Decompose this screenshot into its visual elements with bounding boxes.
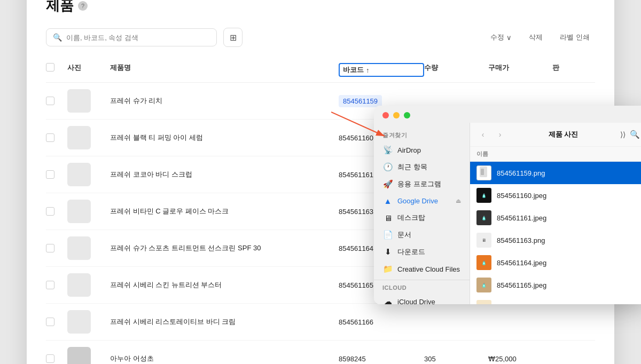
col-photo-header: 사진: [67, 63, 110, 77]
picker-sidebar: 즐겨찾기 📡 AirDrop 🕐 최근 항목 🚀 응용 프로그램 ▲ Googl…: [374, 123, 470, 304]
svg-rect-3: [481, 169, 484, 175]
creative-cloud-icon: 📁: [382, 264, 393, 274]
product-name: 프레쉬 슈가 리치: [110, 96, 339, 106]
barcode-cell: 854561166: [339, 318, 424, 326]
sidebar-item-label: Google Drive: [397, 197, 438, 205]
file-name: 854561164.jpeg: [497, 259, 546, 267]
file-thumb: 🧴: [476, 278, 491, 292]
barcode-cell: 8598245: [339, 355, 424, 363]
downloads-icon: ⬇: [382, 247, 393, 257]
sidebar-section-label: 즐겨찾기: [374, 129, 470, 141]
picker-folder-title: 제품 사진: [511, 130, 616, 139]
product-name: 프레쉬 시베리 스킨 뉴트리션 부스터: [110, 280, 339, 290]
picker-body: 즐겨찾기 📡 AirDrop 🕐 최근 항목 🚀 응용 프로그램 ▲ Googl…: [374, 123, 641, 304]
file-name: 854561159.png: [497, 169, 545, 177]
help-icon[interactable]: ?: [78, 1, 88, 11]
file-item[interactable]: 854561159.png: [470, 162, 641, 184]
product-name: 프레쉬 시베리 리스토레이티브 바디 크림: [110, 317, 339, 327]
sidebar-item-airdrop[interactable]: 📡 AirDrop: [374, 141, 470, 159]
row-checkbox[interactable]: [46, 207, 54, 216]
product-thumbnail: [67, 236, 91, 260]
file-item[interactable]: 🖥 854561163.png: [470, 229, 641, 251]
product-thumbnail: [67, 347, 91, 364]
edit-button[interactable]: 수정 ∨: [485, 29, 517, 45]
close-button[interactable]: [382, 112, 389, 118]
row-checkbox[interactable]: [46, 281, 54, 289]
product-thumbnail: [67, 200, 91, 223]
table-header: 사진 제품명 바코드 ↑ 수량 구매가 판: [46, 58, 595, 83]
row-checkbox[interactable]: [46, 354, 54, 363]
file-name: 854561160.jpeg: [497, 192, 546, 200]
minimize-button[interactable]: [393, 112, 400, 118]
product-thumbnail: [67, 310, 91, 334]
product-name: 아누아 어성초: [110, 354, 339, 363]
titlebar: [374, 106, 641, 123]
sidebar-item-label: iCloud Drive: [397, 298, 435, 305]
airdrop-icon: 📡: [382, 145, 393, 155]
maximize-button[interactable]: [404, 112, 410, 118]
picker-expand-button[interactable]: ⟩⟩: [620, 130, 626, 139]
search-icon: 🔍: [53, 33, 62, 42]
picker-forward-button[interactable]: ›: [494, 128, 506, 141]
picker-main: ‹ › 제품 사진 ⟩⟩ 🔍 이름 854561159.png: [470, 123, 641, 304]
sidebar-item-label: 다운로드: [397, 247, 425, 257]
file-item[interactable]: 🧴 854561161.jpeg: [470, 207, 641, 229]
documents-icon: 📄: [382, 230, 393, 240]
search-box[interactable]: 🔍: [46, 28, 217, 46]
icloud-icon: ☁: [382, 297, 393, 304]
sidebar-item-label: 문서: [397, 230, 411, 240]
file-thumb: 🧴: [476, 210, 491, 225]
row-checkbox[interactable]: [46, 170, 54, 179]
sidebar-item-label: 최근 항목: [397, 162, 427, 172]
sidebar-item-icloud[interactable]: ☁ iCloud Drive: [374, 293, 470, 304]
qty-cell: 305: [424, 355, 488, 363]
row-checkbox[interactable]: [46, 244, 54, 252]
sidebar-item-desktop[interactable]: 🖥 데스크탑: [374, 209, 470, 226]
sidebar-item-label: Creative Cloud Files: [397, 265, 460, 273]
product-name: 프레쉬 비타민 C 글로우 페이스 마스크: [110, 207, 339, 216]
sidebar-divider: [374, 280, 470, 280]
product-thumbnail: [67, 273, 91, 297]
table-row: 프레쉬 시베리 리스토레이티브 바디 크림 854561166: [46, 304, 595, 341]
sidebar-item-label: 데스크탑: [397, 213, 425, 223]
sidebar-item-downloads[interactable]: ⬇ 다운로드: [374, 243, 470, 260]
product-thumbnail: [67, 163, 91, 186]
delete-button[interactable]: 삭제: [523, 29, 548, 45]
col-barcode-header: 바코드 ↑: [339, 63, 424, 77]
picker-search-button[interactable]: 🔍: [630, 130, 640, 139]
table-row: 아누아 어성초 8598245 305 ₩25,000: [46, 341, 595, 364]
page-title: 제품: [46, 0, 74, 15]
header-checkbox[interactable]: [46, 63, 54, 72]
row-checkbox[interactable]: [46, 318, 54, 326]
file-item[interactable]: 🧴 854561166.jpeg: [470, 296, 641, 304]
row-checkbox[interactable]: [46, 133, 54, 142]
sidebar-item-google-drive[interactable]: ▲ Google Drive ⏏: [374, 193, 470, 209]
col-price-header: 구매가: [488, 63, 552, 77]
file-thumb: [476, 165, 491, 180]
recent-icon: 🕐: [382, 162, 393, 172]
file-thumb: 🧴: [476, 255, 491, 270]
scan-button[interactable]: ⊞: [223, 28, 243, 47]
google-drive-icon: ▲: [382, 196, 393, 205]
apps-icon: 🚀: [382, 179, 393, 189]
sidebar-item-creative-cloud[interactable]: 📁 Creative Cloud Files: [374, 260, 470, 278]
print-label-button[interactable]: 라벨 인쇄: [554, 29, 595, 45]
file-item[interactable]: 🧴 854561164.jpeg: [470, 251, 641, 274]
main-window: 데이터 관리 제품 ? 🔍 ⊞ 수정 ∨ 삭제 라벨 인쇄 사진 제품명 바코드: [27, 0, 614, 364]
product-thumbnail: [67, 126, 91, 149]
file-item[interactable]: 🧴 854561165.jpeg: [470, 274, 641, 296]
file-thumb: 🧴: [476, 300, 491, 304]
picker-back-button[interactable]: ‹: [476, 128, 489, 141]
eject-icon: ⏏: [456, 197, 461, 204]
row-checkbox[interactable]: [46, 97, 54, 105]
col-check: [46, 63, 67, 77]
sidebar-item-apps[interactable]: 🚀 응용 프로그램: [374, 176, 470, 193]
icloud-section-label: iCloud: [374, 282, 470, 293]
sidebar-item-documents[interactable]: 📄 문서: [374, 226, 470, 243]
file-item[interactable]: 🧴 854561160.jpeg: [470, 184, 641, 207]
search-input[interactable]: [66, 34, 210, 42]
sidebar-item-recent[interactable]: 🕐 최근 항목: [374, 159, 470, 176]
file-name: 854561165.jpeg: [497, 281, 546, 289]
col-name-header: 제품명: [110, 63, 339, 77]
product-name: 프레쉬 슈가 스포츠 트리트먼트 선스크린 SPF 30: [110, 243, 339, 253]
